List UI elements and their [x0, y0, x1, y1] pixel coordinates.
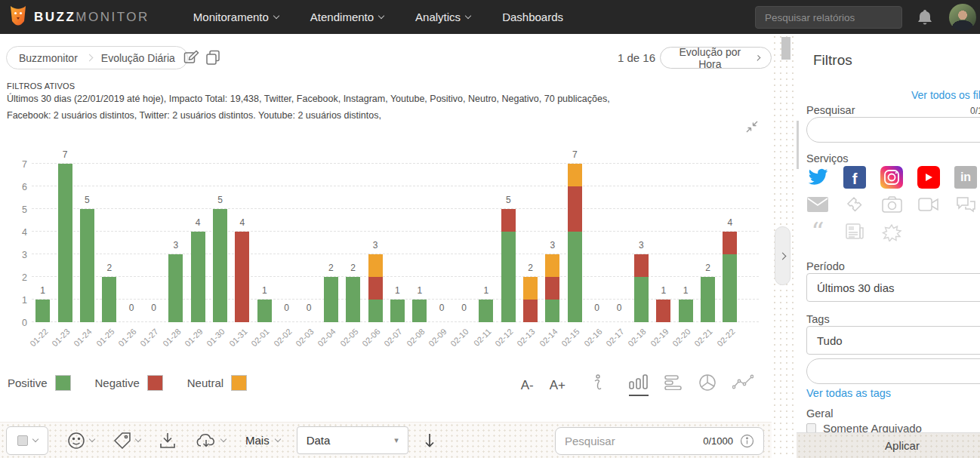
notifications-bell-icon[interactable] [917, 8, 933, 26]
legend-positive[interactable]: Positive [8, 375, 71, 391]
service-instagram-icon[interactable] [880, 166, 903, 189]
bar-02-13[interactable] [523, 277, 538, 322]
service-news-icon[interactable] [843, 220, 866, 243]
service-linkedin-icon[interactable]: in [954, 166, 977, 189]
service-photo-camera-icon[interactable] [880, 193, 903, 216]
sidebar-collapse-handle[interactable] [775, 226, 790, 285]
bar-02-04[interactable] [324, 277, 338, 322]
service-chat-icon[interactable] [954, 193, 977, 216]
tags-select[interactable]: Tudo [806, 326, 980, 355]
bar-01-23[interactable] [58, 164, 72, 322]
menu-dashboards[interactable]: Dashboards [502, 11, 563, 23]
bar-02-01[interactable] [257, 300, 272, 322]
bar-02-18[interactable] [634, 254, 649, 322]
bar-total-label: 3 [364, 240, 387, 251]
bar-02-22[interactable] [723, 232, 737, 322]
tags-search-input[interactable] [816, 365, 980, 377]
bar-01-30[interactable] [213, 209, 227, 322]
bar-02-15[interactable] [568, 164, 582, 322]
tag-dropdown-button[interactable] [112, 431, 140, 450]
bar-02-20[interactable] [679, 300, 693, 322]
menu-atendimento[interactable]: Atendimento [310, 11, 384, 23]
neutral-segment [523, 277, 538, 300]
collapse-widget-icon[interactable] [744, 119, 760, 134]
x-axis-tick: 02-18 [627, 327, 648, 348]
see-all-filters-link[interactable]: Ver todos os filtros [911, 89, 980, 101]
bar-01-22[interactable] [35, 300, 50, 322]
posts-search-input[interactable] [565, 435, 696, 447]
reports-search-input[interactable] [755, 6, 902, 29]
duplicate-report-button[interactable] [205, 50, 220, 66]
service-video-icon[interactable] [917, 193, 940, 216]
bar-02-06[interactable] [368, 254, 383, 322]
user-avatar[interactable] [949, 4, 976, 31]
sort-field-select[interactable]: Data▾ [297, 426, 408, 454]
filter-search-counter: 0/100 [970, 106, 980, 116]
x-axis-tick: 01-22 [28, 327, 49, 348]
legend-neutral[interactable]: Neutral [187, 375, 247, 391]
more-actions-button[interactable]: Mais [245, 434, 280, 447]
select-all-dropdown-button[interactable] [6, 426, 48, 455]
legend-negative[interactable]: Negative [95, 375, 163, 391]
bar-01-25[interactable] [102, 277, 116, 322]
menu-analytics[interactable]: Analytics [415, 11, 470, 23]
menu-monitoramento[interactable]: Monitoramento [193, 11, 279, 23]
bar-02-12[interactable] [501, 209, 516, 322]
neutral-segment [368, 254, 383, 277]
main-scrollbar-thumb[interactable] [781, 37, 790, 60]
negative-segment [656, 300, 670, 322]
bar-chart-icon[interactable] [629, 374, 649, 396]
apply-filters-button[interactable]: Aplicar [797, 432, 980, 458]
service-ticket-icon[interactable] [843, 193, 866, 216]
service-facebook-icon[interactable]: f [843, 166, 866, 189]
bar-02-14[interactable] [545, 254, 559, 322]
sidebar-scrollbar-thumb[interactable] [797, 121, 799, 169]
font-increase-button[interactable]: A+ [550, 378, 566, 393]
positive-segment [346, 277, 360, 322]
info-circle-icon[interactable] [740, 434, 754, 448]
download-button[interactable] [159, 431, 177, 450]
service-burst-icon[interactable] [880, 220, 903, 243]
x-axis-tick: 02-04 [316, 327, 337, 348]
bar-02-11[interactable] [479, 300, 493, 322]
neutral-segment [545, 254, 559, 277]
bar-01-29[interactable] [191, 232, 205, 322]
horizontal-bar-chart-icon[interactable] [664, 375, 683, 395]
active-filters-summary: FILTROS ATIVOS Últimos 30 dias (22/01/20… [7, 81, 762, 123]
info-icon[interactable] [592, 373, 602, 397]
bar-total-label: 7 [54, 149, 76, 160]
breadcrumb-root[interactable]: Buzzmonitor [19, 52, 78, 64]
periodo-select[interactable]: Últimos 30 dias [806, 273, 980, 302]
breadcrumb[interactable]: Buzzmonitor Evolução Diária [6, 46, 188, 69]
bar-total-label: 4 [231, 217, 254, 228]
pie-chart-icon[interactable] [698, 373, 717, 397]
chevron-down-icon [378, 13, 384, 19]
geral-label: Geral [806, 407, 833, 420]
breadcrumb-row: Buzzmonitor Evolução Diária 1 de 16 Evol… [0, 46, 772, 70]
positive-segment [324, 277, 338, 322]
line-chart-icon[interactable] [732, 374, 753, 396]
service-twitter-icon[interactable] [806, 166, 829, 189]
bar-02-05[interactable] [346, 277, 360, 322]
cloud-export-button[interactable] [195, 432, 226, 450]
service-quote-icon[interactable]: “ [806, 220, 829, 243]
bar-02-19[interactable] [656, 300, 670, 322]
edit-report-button[interactable] [183, 50, 199, 66]
sentiment-dropdown-button[interactable] [66, 431, 94, 450]
next-report-button[interactable]: Evolução por Hora [660, 47, 772, 69]
service-youtube-icon[interactable] [917, 166, 940, 189]
brand-logo[interactable]: BUZZMONITOR [9, 6, 149, 29]
negative-segment [568, 186, 582, 232]
filter-search-input[interactable] [816, 124, 980, 136]
font-decrease-button[interactable]: A- [521, 378, 534, 393]
bar-01-31[interactable] [235, 232, 249, 322]
bar-02-21[interactable] [701, 277, 715, 322]
bar-total-label: 1 [475, 285, 498, 296]
bar-01-24[interactable] [80, 209, 94, 322]
x-axis-tick: 02-11 [472, 327, 493, 348]
bar-02-07[interactable] [390, 300, 405, 322]
bar-02-08[interactable] [412, 300, 427, 322]
sort-direction-button[interactable] [422, 432, 437, 450]
bar-01-28[interactable] [168, 254, 183, 322]
see-all-tags-link[interactable]: Ver todas as tags [806, 387, 891, 399]
